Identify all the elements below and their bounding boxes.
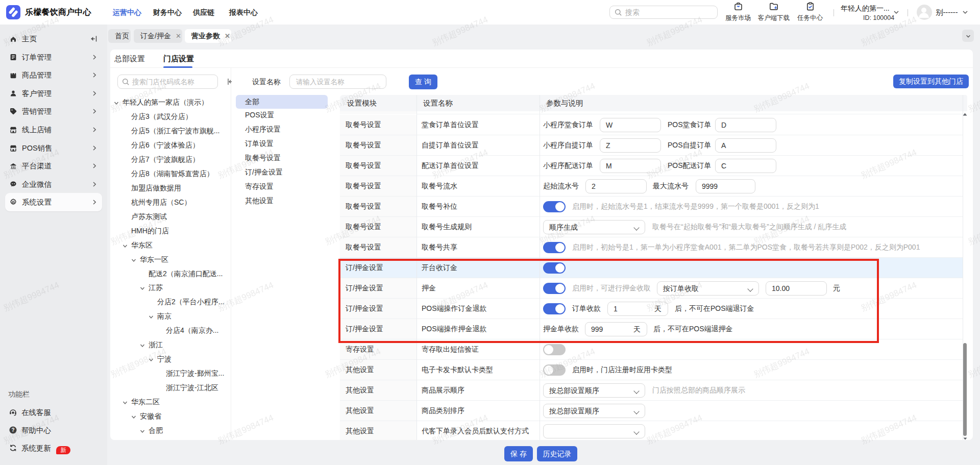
- svg-text:?: ?: [11, 427, 14, 433]
